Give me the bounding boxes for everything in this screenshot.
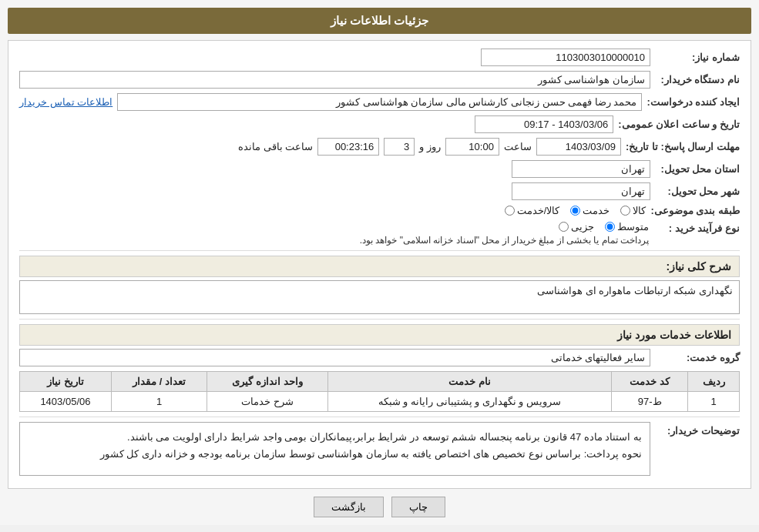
buyer-notes-line2: نحوه پرداخت: براساس نوع تخصیص های اختصاص… <box>28 446 642 463</box>
buyer-notes-label: توضیحات خریدار: <box>655 422 740 437</box>
table-col-name: نام خدمت <box>327 372 611 392</box>
announce-date-label: تاریخ و ساعت اعلان عمومی: <box>618 119 740 130</box>
creator-contact-link[interactable]: اطلاعات تماس خریدار <box>19 96 113 108</box>
table-cell-quantity: 1 <box>111 392 207 412</box>
print-button[interactable]: چاپ <box>391 497 445 517</box>
table-cell-date: 1403/05/06 <box>20 392 112 412</box>
category-radio-group: کالا/خدمت خدمت کالا <box>505 205 646 216</box>
creator-label: ایجاد کننده درخواست: <box>646 96 740 108</box>
service-group-value: سایر فعالیتهای خدماتی <box>19 349 650 366</box>
services-table: ردیف کد خدمت نام خدمت واحد اندازه گیری ت… <box>19 371 740 412</box>
category-option-kala-khedmat: کالا/خدمت <box>517 205 560 216</box>
table-cell-code: ط-97 <box>612 392 688 412</box>
creator-value: محمد رضا فهمی حسن زنجانی کارشناس مالی سا… <box>117 93 642 111</box>
page-title: جزئیات اطلاعات نیاز <box>8 8 751 34</box>
reply-deadline-label: مهلت ارسال پاسخ: تا تاریخ: <box>626 141 740 152</box>
province-label: استان محل تحویل: <box>655 163 740 175</box>
table-col-unit: واحد اندازه گیری <box>207 372 328 392</box>
purchase-type-option-motavasset: متوسط <box>617 221 649 233</box>
table-col-qty: تعداد / مقدار <box>111 372 207 392</box>
table-cell-unit: شرح خدمات <box>207 392 328 412</box>
need-number-value: 1103003010000010 <box>481 49 650 66</box>
table-cell-row: 1 <box>688 392 740 412</box>
reply-time-value: 10:00 <box>445 138 499 156</box>
reply-day-label: روز و <box>419 141 441 152</box>
purchase-type-option-jozii: جزیی <box>571 221 594 233</box>
buyer-org-value: سازمان هواشناسی کشور <box>19 71 650 89</box>
category-radio-kala-khedmat[interactable] <box>505 206 515 216</box>
purchase-type-radio-jozii[interactable] <box>559 222 569 232</box>
remaining-value: 00:23:16 <box>317 138 379 156</box>
reply-day-value: 3 <box>384 138 415 156</box>
category-option-kala: کالا <box>633 205 646 216</box>
service-group-label: گروه خدمت: <box>655 352 740 363</box>
announce-date-value: 1403/03/06 - 09:17 <box>475 115 613 133</box>
category-label: طبقه بندی موضوعی: <box>650 205 740 216</box>
category-radio-khedmat[interactable] <box>570 206 580 216</box>
city-value: تهران <box>512 182 650 200</box>
back-button[interactable]: بازگشت <box>314 497 384 517</box>
description-section-header: شرح کلی نیاز: <box>19 256 740 277</box>
purchase-type-radio-motavasset[interactable] <box>605 222 615 232</box>
table-row: 1ط-97سرویس و نگهداری و پشتیبانی رایانه و… <box>20 392 740 412</box>
description-value: نگهداری شبکه ارتباطات ماهواره ای هواشناس… <box>19 280 740 314</box>
services-section-header: اطلاعات خدمات مورد نیاز <box>19 324 740 346</box>
need-number-label: شماره نیاز: <box>655 52 740 63</box>
table-col-date: تاریخ نیاز <box>20 372 112 392</box>
table-cell-name: سرویس و نگهداری و پشتیبانی رایانه و شبکه <box>327 392 611 412</box>
category-radio-kala[interactable] <box>620 206 630 216</box>
table-col-code: کد خدمت <box>612 372 688 392</box>
buyer-notes: به استناد ماده 47 قانون برنامه پنجساله ش… <box>19 422 650 476</box>
reply-date-value: 1403/03/09 <box>536 138 621 156</box>
purchase-type-note: پرداخت تمام یا بخشی از مبلغ خریدار از مح… <box>19 235 649 246</box>
province-value: تهران <box>512 160 650 178</box>
category-option-khedmat: خدمت <box>583 205 610 216</box>
buyer-org-label: نام دستگاه خریدار: <box>655 74 740 85</box>
footer-buttons: چاپ بازگشت <box>8 497 751 517</box>
table-col-row: ردیف <box>688 372 740 392</box>
buyer-notes-line1: به استناد ماده 47 قانون برنامه پنجساله ش… <box>28 429 642 446</box>
city-label: شهر محل تحویل: <box>655 186 740 197</box>
purchase-type-label: نوع فرآیند خرید : <box>655 221 740 234</box>
remaining-label: ساعت باقی مانده <box>238 141 313 152</box>
reply-time-label: ساعت <box>504 141 532 152</box>
